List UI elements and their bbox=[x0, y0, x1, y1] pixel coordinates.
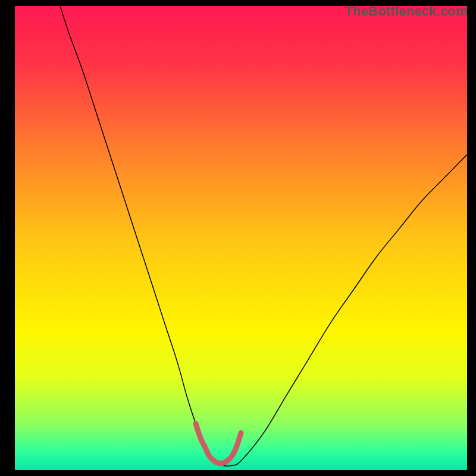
chart-background bbox=[15, 6, 467, 470]
chart-stage: TheBottleneck.com bbox=[0, 0, 476, 476]
chart-svg bbox=[15, 6, 467, 470]
chart-plot-area bbox=[15, 6, 467, 470]
watermark-text: TheBottleneck.com bbox=[345, 4, 468, 19]
